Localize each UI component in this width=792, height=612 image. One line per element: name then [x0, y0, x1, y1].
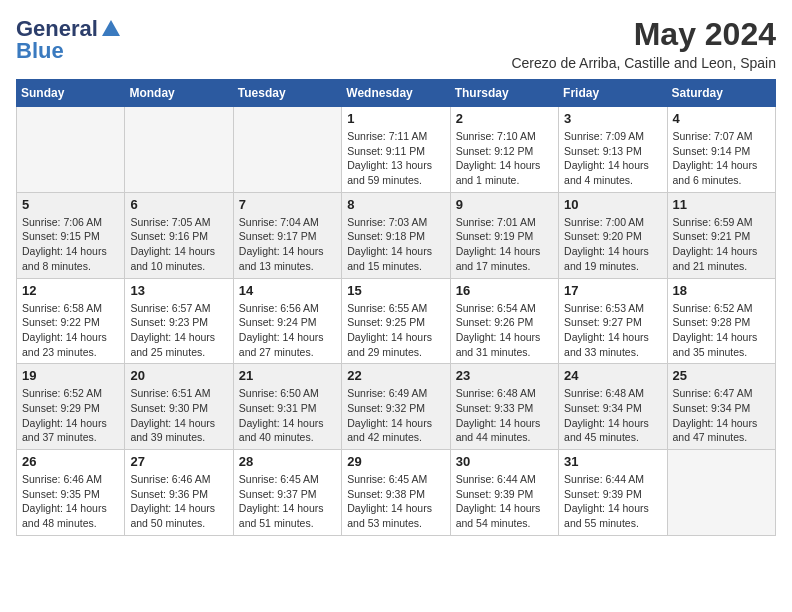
- sunrise-text: Sunrise: 6:54 AM: [456, 301, 553, 316]
- sunrise-text: Sunrise: 7:00 AM: [564, 215, 661, 230]
- col-sunday: Sunday: [17, 80, 125, 107]
- sunset-text: Sunset: 9:39 PM: [564, 487, 661, 502]
- daylight-text: Daylight: 14 hours and 10 minutes.: [130, 244, 227, 273]
- calendar-week-row: 12Sunrise: 6:58 AMSunset: 9:22 PMDayligh…: [17, 278, 776, 364]
- day-number: 31: [564, 454, 661, 469]
- table-row: 2Sunrise: 7:10 AMSunset: 9:12 PMDaylight…: [450, 107, 558, 193]
- daylight-text: Daylight: 14 hours and 4 minutes.: [564, 158, 661, 187]
- day-number: 4: [673, 111, 770, 126]
- col-saturday: Saturday: [667, 80, 775, 107]
- logo-blue: Blue: [16, 38, 64, 64]
- daylight-text: Daylight: 13 hours and 59 minutes.: [347, 158, 444, 187]
- day-info: Sunrise: 6:53 AMSunset: 9:27 PMDaylight:…: [564, 301, 661, 360]
- logo-icon: [100, 18, 122, 40]
- day-info: Sunrise: 7:10 AMSunset: 9:12 PMDaylight:…: [456, 129, 553, 188]
- day-info: Sunrise: 6:46 AMSunset: 9:35 PMDaylight:…: [22, 472, 119, 531]
- sunrise-text: Sunrise: 6:56 AM: [239, 301, 336, 316]
- sunset-text: Sunset: 9:23 PM: [130, 315, 227, 330]
- day-number: 21: [239, 368, 336, 383]
- day-info: Sunrise: 7:01 AMSunset: 9:19 PMDaylight:…: [456, 215, 553, 274]
- table-row: 10Sunrise: 7:00 AMSunset: 9:20 PMDayligh…: [559, 192, 667, 278]
- sunrise-text: Sunrise: 7:04 AM: [239, 215, 336, 230]
- table-row: 13Sunrise: 6:57 AMSunset: 9:23 PMDayligh…: [125, 278, 233, 364]
- day-info: Sunrise: 6:59 AMSunset: 9:21 PMDaylight:…: [673, 215, 770, 274]
- daylight-text: Daylight: 14 hours and 29 minutes.: [347, 330, 444, 359]
- header-row: Sunday Monday Tuesday Wednesday Thursday…: [17, 80, 776, 107]
- sunrise-text: Sunrise: 6:58 AM: [22, 301, 119, 316]
- sunset-text: Sunset: 9:25 PM: [347, 315, 444, 330]
- table-row: 5Sunrise: 7:06 AMSunset: 9:15 PMDaylight…: [17, 192, 125, 278]
- table-row: [233, 107, 341, 193]
- day-number: 25: [673, 368, 770, 383]
- sunrise-text: Sunrise: 6:51 AM: [130, 386, 227, 401]
- table-row: 23Sunrise: 6:48 AMSunset: 9:33 PMDayligh…: [450, 364, 558, 450]
- daylight-text: Daylight: 14 hours and 23 minutes.: [22, 330, 119, 359]
- daylight-text: Daylight: 14 hours and 47 minutes.: [673, 416, 770, 445]
- daylight-text: Daylight: 14 hours and 19 minutes.: [564, 244, 661, 273]
- day-number: 2: [456, 111, 553, 126]
- day-info: Sunrise: 6:57 AMSunset: 9:23 PMDaylight:…: [130, 301, 227, 360]
- sunrise-text: Sunrise: 6:59 AM: [673, 215, 770, 230]
- sunrise-text: Sunrise: 6:50 AM: [239, 386, 336, 401]
- calendar-week-row: 1Sunrise: 7:11 AMSunset: 9:11 PMDaylight…: [17, 107, 776, 193]
- day-number: 3: [564, 111, 661, 126]
- calendar-table: Sunday Monday Tuesday Wednesday Thursday…: [16, 79, 776, 536]
- day-number: 12: [22, 283, 119, 298]
- col-thursday: Thursday: [450, 80, 558, 107]
- table-row: 27Sunrise: 6:46 AMSunset: 9:36 PMDayligh…: [125, 450, 233, 536]
- calendar-week-row: 26Sunrise: 6:46 AMSunset: 9:35 PMDayligh…: [17, 450, 776, 536]
- table-row: 22Sunrise: 6:49 AMSunset: 9:32 PMDayligh…: [342, 364, 450, 450]
- day-number: 30: [456, 454, 553, 469]
- sunset-text: Sunset: 9:39 PM: [456, 487, 553, 502]
- day-number: 9: [456, 197, 553, 212]
- table-row: 11Sunrise: 6:59 AMSunset: 9:21 PMDayligh…: [667, 192, 775, 278]
- table-row: 24Sunrise: 6:48 AMSunset: 9:34 PMDayligh…: [559, 364, 667, 450]
- daylight-text: Daylight: 14 hours and 40 minutes.: [239, 416, 336, 445]
- sunset-text: Sunset: 9:19 PM: [456, 229, 553, 244]
- table-row: 3Sunrise: 7:09 AMSunset: 9:13 PMDaylight…: [559, 107, 667, 193]
- sunset-text: Sunset: 9:26 PM: [456, 315, 553, 330]
- daylight-text: Daylight: 14 hours and 13 minutes.: [239, 244, 336, 273]
- sunset-text: Sunset: 9:29 PM: [22, 401, 119, 416]
- day-number: 14: [239, 283, 336, 298]
- sunrise-text: Sunrise: 6:55 AM: [347, 301, 444, 316]
- sunset-text: Sunset: 9:36 PM: [130, 487, 227, 502]
- sunset-text: Sunset: 9:21 PM: [673, 229, 770, 244]
- day-number: 5: [22, 197, 119, 212]
- sunset-text: Sunset: 9:11 PM: [347, 144, 444, 159]
- table-row: 21Sunrise: 6:50 AMSunset: 9:31 PMDayligh…: [233, 364, 341, 450]
- day-info: Sunrise: 7:00 AMSunset: 9:20 PMDaylight:…: [564, 215, 661, 274]
- day-number: 24: [564, 368, 661, 383]
- table-row: 16Sunrise: 6:54 AMSunset: 9:26 PMDayligh…: [450, 278, 558, 364]
- day-number: 22: [347, 368, 444, 383]
- table-row: 14Sunrise: 6:56 AMSunset: 9:24 PMDayligh…: [233, 278, 341, 364]
- day-number: 19: [22, 368, 119, 383]
- day-info: Sunrise: 6:44 AMSunset: 9:39 PMDaylight:…: [456, 472, 553, 531]
- day-info: Sunrise: 6:50 AMSunset: 9:31 PMDaylight:…: [239, 386, 336, 445]
- table-row: 26Sunrise: 6:46 AMSunset: 9:35 PMDayligh…: [17, 450, 125, 536]
- daylight-text: Daylight: 14 hours and 54 minutes.: [456, 501, 553, 530]
- day-number: 18: [673, 283, 770, 298]
- day-number: 17: [564, 283, 661, 298]
- day-info: Sunrise: 7:05 AMSunset: 9:16 PMDaylight:…: [130, 215, 227, 274]
- day-info: Sunrise: 7:06 AMSunset: 9:15 PMDaylight:…: [22, 215, 119, 274]
- day-info: Sunrise: 6:52 AMSunset: 9:29 PMDaylight:…: [22, 386, 119, 445]
- table-row: [17, 107, 125, 193]
- month-title: May 2024: [511, 16, 776, 53]
- day-number: 16: [456, 283, 553, 298]
- table-row: 15Sunrise: 6:55 AMSunset: 9:25 PMDayligh…: [342, 278, 450, 364]
- table-row: 1Sunrise: 7:11 AMSunset: 9:11 PMDaylight…: [342, 107, 450, 193]
- day-info: Sunrise: 6:44 AMSunset: 9:39 PMDaylight:…: [564, 472, 661, 531]
- day-number: 8: [347, 197, 444, 212]
- day-info: Sunrise: 7:03 AMSunset: 9:18 PMDaylight:…: [347, 215, 444, 274]
- sunrise-text: Sunrise: 6:52 AM: [673, 301, 770, 316]
- day-info: Sunrise: 6:52 AMSunset: 9:28 PMDaylight:…: [673, 301, 770, 360]
- day-info: Sunrise: 6:49 AMSunset: 9:32 PMDaylight:…: [347, 386, 444, 445]
- daylight-text: Daylight: 14 hours and 37 minutes.: [22, 416, 119, 445]
- sunrise-text: Sunrise: 7:10 AM: [456, 129, 553, 144]
- table-row: 6Sunrise: 7:05 AMSunset: 9:16 PMDaylight…: [125, 192, 233, 278]
- daylight-text: Daylight: 14 hours and 27 minutes.: [239, 330, 336, 359]
- table-row: 8Sunrise: 7:03 AMSunset: 9:18 PMDaylight…: [342, 192, 450, 278]
- day-number: 27: [130, 454, 227, 469]
- daylight-text: Daylight: 14 hours and 42 minutes.: [347, 416, 444, 445]
